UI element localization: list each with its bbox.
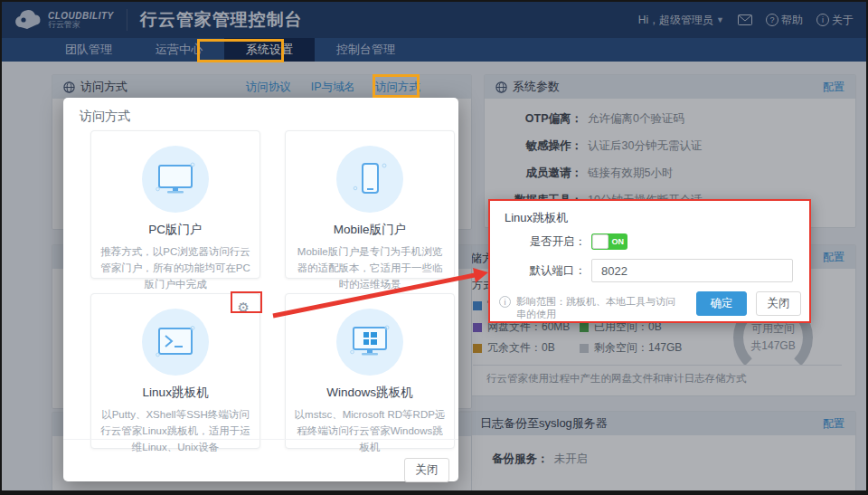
dialog-close-button[interactable]: 关闭 <box>404 458 449 482</box>
card-description: 以Putty、XShell等SSH终端访问行云管家Linux跳板机，适用于运维L… <box>99 407 251 455</box>
default-port-input[interactable] <box>591 259 793 282</box>
card-description: 推荐方式，以PC浏览器访问行云管家门户，所有的功能均可在PC版门户中完成 <box>99 244 251 292</box>
confirm-button[interactable]: 确定 <box>696 291 747 316</box>
toggle-knob <box>592 234 609 249</box>
info-icon: i <box>499 296 511 308</box>
card-description: Mobile版门户是专门为手机浏览器的适配版本，它适用于一些临时的运维场景 <box>294 244 446 292</box>
card-linux-jumpserver[interactable]: ⚙ Linux跳板机 以Putty、XShell等SSH终端访问行云管家Linu… <box>90 293 260 449</box>
gear-icon[interactable]: ⚙ <box>238 300 250 314</box>
divider <box>63 439 458 440</box>
linux-jumpserver-icon <box>142 309 209 376</box>
card-title: Linux跳板机 <box>91 385 259 401</box>
dialog-title: 访问方式 <box>80 109 130 125</box>
card-mobile-portal[interactable]: Mobile版门户 Mobile版门户是专门为手机浏览器的适配版本，它适用于一些… <box>285 130 455 279</box>
linux-jumpserver-settings-popup: Linux跳板机 是否开启： ON 默认端口： i 影响范围：跳板机、本地工具与… <box>488 199 811 323</box>
mobile-portal-icon <box>336 146 403 213</box>
card-description: 以mstsc、Microsoft RD等RDP远程终端访问行云管家Windows… <box>294 407 446 455</box>
pc-portal-icon <box>142 146 209 213</box>
windows-jumpserver-icon <box>336 309 403 376</box>
popup-close-button[interactable]: 关闭 <box>756 291 801 316</box>
port-label: 默认端口： <box>505 263 586 279</box>
card-title: Windows跳板机 <box>286 385 454 401</box>
scope-note: 影响范围：跳板机、本地工具与访问串的使用 <box>516 295 684 321</box>
card-title: PC版门户 <box>91 222 259 238</box>
card-pc-portal[interactable]: PC版门户 推荐方式，以PC浏览器访问行云管家门户，所有的功能均可在PC版门户中… <box>90 130 260 279</box>
card-title: Mobile版门户 <box>286 222 454 238</box>
access-methods-dialog: 访问方式 PC版门户 推荐方式，以PC浏览器访问行云管家门户，所有的功能均可在P… <box>63 98 458 481</box>
enable-label: 是否开启： <box>505 234 586 250</box>
toggle-state: ON <box>612 237 625 246</box>
popup-title: Linux跳板机 <box>505 210 568 226</box>
enable-toggle[interactable]: ON <box>591 233 627 250</box>
app-window: CLOUDBILITY 行云管家 行云管家管理控制台 Hi，超级管理员 ▼ ? … <box>0 0 868 495</box>
card-windows-jumpserver[interactable]: Windows跳板机 以mstsc、Microsoft RD等RDP远程终端访问… <box>285 293 455 449</box>
